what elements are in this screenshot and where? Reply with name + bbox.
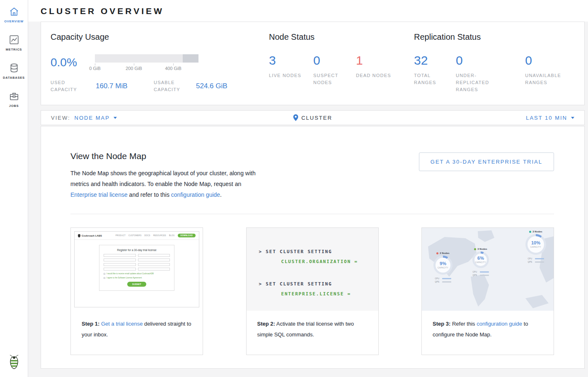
home-icon bbox=[0, 6, 28, 18]
sidebar-item-label: METRICS bbox=[0, 48, 28, 51]
main-content: CLUSTER OVERVIEW Capacity Usage 0.0% bbox=[28, 0, 588, 374]
sidebar-item-label: DATABASES bbox=[0, 76, 28, 80]
sidebar-item-label: OVERVIEW bbox=[0, 19, 28, 23]
thumb-nav-item: PRODUCT bbox=[116, 234, 126, 237]
locality-dot-icon bbox=[474, 248, 476, 250]
capacity-axis-labels: 0 GiB 200 GiB 400 GiB bbox=[95, 66, 198, 72]
locality-mini-stats: CPU QPS bbox=[435, 276, 451, 283]
databases-icon bbox=[0, 63, 28, 74]
location-pin-icon bbox=[293, 114, 298, 121]
thumb-nav-item: CUSTOMERS bbox=[128, 234, 141, 237]
step-2-caption: Step 2: Activate the trial license with … bbox=[247, 311, 378, 340]
thumb-checkbox-row: I agree to the Software License Agreemen… bbox=[104, 277, 170, 279]
under-replicated-ranges-label: UNDER-REPLICATED RANGES bbox=[456, 72, 510, 93]
unavailable-ranges-value: 0 bbox=[525, 54, 576, 67]
metrics-icon bbox=[0, 34, 28, 46]
unavailable-ranges-stat: 0 UNAVAILABLE RANGES bbox=[525, 54, 576, 93]
step-3-text: Refer this bbox=[450, 321, 477, 327]
page-title: CLUSTER OVERVIEW bbox=[41, 6, 585, 16]
axis-tick-label: 400 GiB bbox=[165, 66, 181, 71]
axis-tick-label: 0 GiB bbox=[89, 66, 101, 71]
time-range-value: LAST 10 MIN bbox=[526, 115, 567, 121]
thumb-nav-item: DOCS bbox=[144, 234, 150, 237]
sidebar-item-overview[interactable]: OVERVIEW bbox=[0, 0, 28, 28]
thumb-input bbox=[104, 254, 136, 257]
view-selector-dropdown[interactable]: NODE MAP bbox=[75, 115, 117, 121]
step-1-label: Step 1: bbox=[82, 321, 99, 327]
cockroach-logo bbox=[0, 355, 28, 371]
thumb-input bbox=[104, 268, 136, 271]
sidebar-item-metrics[interactable]: METRICS bbox=[0, 28, 28, 56]
locality-gauge: 3 Nodes 6% CAPACITY CPU QPS bbox=[472, 248, 489, 276]
locality-mini-stats: CPU QPS bbox=[528, 256, 544, 263]
locality-node-count: 2 Nodes bbox=[436, 252, 449, 254]
node-map-thumbnail: 2 Nodes 9% CAPACITY CPU QPS bbox=[422, 228, 554, 311]
capacity-bar-chart: 0 GiB 200 GiB 400 GiB bbox=[95, 54, 198, 72]
configuration-guide-link[interactable]: configuration guide bbox=[477, 321, 522, 327]
step-3-caption: Step 3: Refer this configuration guide t… bbox=[422, 311, 554, 340]
locality-dot-icon bbox=[436, 252, 438, 254]
suspect-nodes-stat: 0 SUSPECT NODES bbox=[313, 54, 356, 86]
chevron-down-icon bbox=[571, 117, 574, 119]
sql-setting: ENTERPRISE.LICENSE = bbox=[259, 289, 378, 299]
thumb-nav: PRODUCT CUSTOMERS DOCS RESOURCES BLOG DO… bbox=[116, 234, 196, 237]
used-capacity-label: USED CAPACITY bbox=[51, 79, 96, 93]
node-map-title: View the Node Map bbox=[70, 151, 269, 161]
node-map-description: The Node Map shows the geographical layo… bbox=[70, 168, 269, 200]
used-capacity-value: 160.7 MiB bbox=[96, 82, 154, 90]
registration-page-thumbnail: Cockroach LABS PRODUCT CUSTOMERS DOCS RE… bbox=[74, 231, 199, 307]
jobs-icon bbox=[0, 91, 28, 102]
total-ranges-label: TOTAL RANGES bbox=[414, 72, 456, 86]
capacity-usage-section: Capacity Usage 0.0% 0 GiB 200 GiB bbox=[51, 32, 269, 93]
node-map-panel: View the Node Map The Node Map shows the… bbox=[41, 126, 585, 369]
usable-capacity-label: USABLE CAPACITY bbox=[154, 79, 196, 93]
capacity-bar-segment bbox=[183, 54, 198, 63]
thumb-input bbox=[104, 259, 136, 261]
cluster-breadcrumb-label: CLUSTER bbox=[301, 115, 332, 121]
locality-dot-icon bbox=[529, 231, 531, 233]
view-selector-value: NODE MAP bbox=[75, 115, 110, 121]
tick-mark bbox=[173, 63, 174, 65]
tick-mark bbox=[134, 63, 134, 65]
unavailable-ranges-label: UNAVAILABLE RANGES bbox=[525, 72, 576, 86]
capacity-usage-title: Capacity Usage bbox=[51, 32, 269, 42]
replication-status-section: Replication Status 32 TOTAL RANGES 0 UND… bbox=[414, 32, 576, 93]
thumb-checkbox bbox=[104, 277, 105, 279]
step-1-card: Cockroach LABS PRODUCT CUSTOMERS DOCS RE… bbox=[70, 227, 203, 355]
sql-prompt: > SET CLUSTER SETTING bbox=[259, 247, 378, 257]
thumb-form-title: Register for a 30-day trial license bbox=[104, 249, 170, 251]
capacity-axis-ticks bbox=[95, 63, 198, 66]
thumb-input bbox=[138, 263, 170, 266]
enterprise-trial-button[interactable]: GET A 30-DAY ENTERPRISE TRIAL bbox=[419, 152, 554, 171]
suspect-nodes-value: 0 bbox=[313, 54, 356, 67]
thumb-registration-form: Register for a 30-day trial license I wo… bbox=[99, 245, 174, 291]
sql-setting: CLUSTER.ORGANIZATION = bbox=[259, 257, 378, 267]
view-bar: VIEW: NODE MAP CLUSTER LAST 10 MIN bbox=[41, 110, 585, 125]
thumb-submit-button: SUBMIT bbox=[127, 282, 146, 287]
thumb-input bbox=[104, 263, 136, 266]
thumb-brand: Cockroach LABS bbox=[78, 234, 102, 237]
dead-nodes-value: 1 bbox=[356, 54, 397, 67]
get-trial-license-link[interactable]: Get a trial license bbox=[101, 321, 143, 327]
view-label: VIEW: bbox=[51, 115, 70, 121]
locality-node-count: 3 Nodes bbox=[474, 248, 487, 250]
page-header: CLUSTER OVERVIEW bbox=[28, 0, 588, 22]
step-3-label: Step 3: bbox=[433, 321, 450, 327]
locality-mini-stats: CPU QPS bbox=[473, 270, 489, 276]
step-1-caption: Step 1: Get a trial license delivered st… bbox=[71, 311, 203, 340]
time-range-dropdown[interactable]: LAST 10 MIN bbox=[526, 115, 574, 121]
locality-gauge: 2 Nodes 9% CAPACITY CPU QPS bbox=[433, 252, 452, 283]
sidebar-item-jobs[interactable]: JOBS bbox=[0, 85, 28, 113]
cluster-breadcrumb: CLUSTER bbox=[293, 114, 332, 121]
step-1-thumbnail: Cockroach LABS PRODUCT CUSTOMERS DOCS RE… bbox=[71, 228, 203, 311]
capacity-gauge: 10% CAPACITY bbox=[525, 234, 546, 255]
replication-status-title: Replication Status bbox=[414, 32, 576, 42]
live-nodes-value: 3 bbox=[269, 54, 313, 67]
configuration-guide-link[interactable]: configuration guide bbox=[171, 191, 220, 198]
sidebar-item-databases[interactable]: DATABASES bbox=[0, 56, 28, 85]
divider bbox=[70, 214, 554, 214]
enterprise-trial-license-link[interactable]: Enterprise trial license bbox=[70, 191, 128, 198]
chevron-down-icon bbox=[114, 117, 117, 119]
live-nodes-label: LIVE NODES bbox=[269, 72, 313, 79]
description-text: The Node Map shows the geographical layo… bbox=[70, 170, 256, 187]
